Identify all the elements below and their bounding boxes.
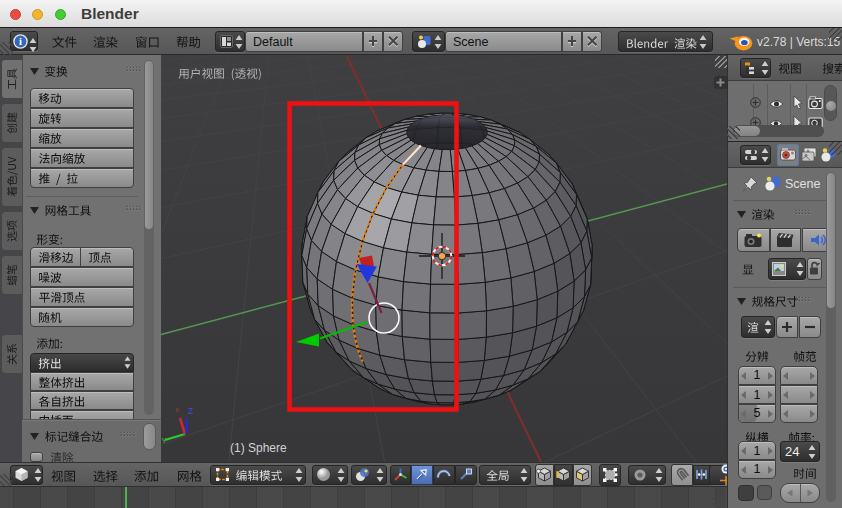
svg-text:Z: Z — [188, 406, 193, 416]
svg-text:x: x — [175, 405, 179, 414]
svg-text:Y: Y — [162, 436, 168, 445]
svg-text:i: i — [19, 36, 22, 47]
